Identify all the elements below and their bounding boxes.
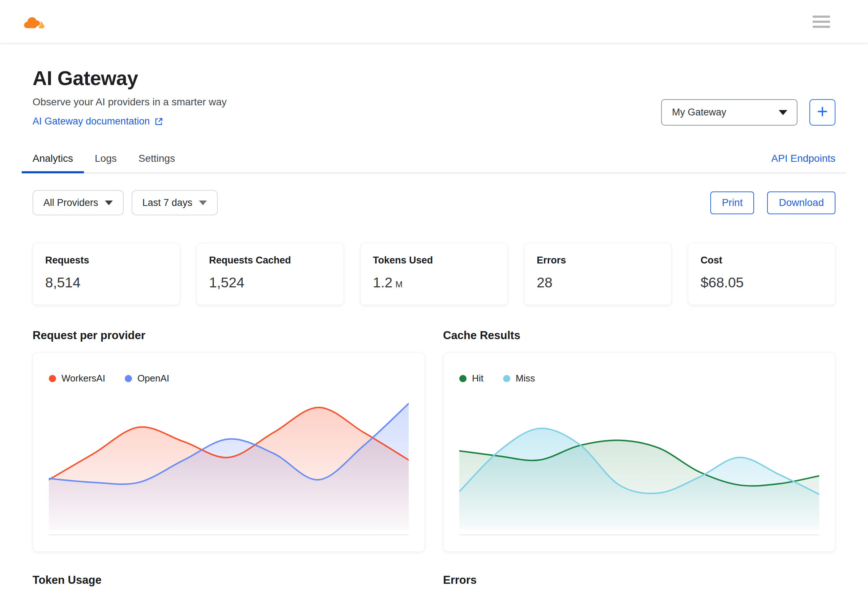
stat-value: $68.05 <box>700 275 823 291</box>
gateway-selector[interactable]: My Gateway <box>661 99 797 126</box>
cloudflare-logo[interactable] <box>22 13 45 30</box>
requests-chart-legend: WorkersAIOpenAI <box>49 373 409 384</box>
stat-value-number: 1.2 <box>373 275 392 290</box>
page-title: AI Gateway <box>33 67 227 90</box>
stat-card-errors: Errors 28 <box>524 243 672 305</box>
gateway-selector-value: My Gateway <box>672 107 726 118</box>
stat-value: 1.2M <box>373 275 495 291</box>
legend-item-hit[interactable]: Hit <box>459 373 484 384</box>
tab-analytics-label: Analytics <box>33 153 73 164</box>
legend-item-openai[interactable]: OpenAI <box>125 373 169 384</box>
requests-chart-heading: Request per provider <box>33 329 425 342</box>
stat-card-tokens-used: Tokens Used 1.2M <box>360 243 508 305</box>
legend-label: OpenAI <box>138 373 169 384</box>
stat-label: Cost <box>700 255 823 266</box>
cache-chart-heading: Cache Results <box>443 329 835 342</box>
stat-card-requests: Requests 8,514 <box>33 243 180 305</box>
cache-chart-card: HitMiss <box>443 352 835 552</box>
legend-item-workersai[interactable]: WorkersAI <box>49 373 105 384</box>
legend-label: Miss <box>516 373 535 384</box>
provider-filter-value: All Providers <box>43 197 99 209</box>
requests-chart-plot <box>49 393 409 535</box>
stat-value: 8,514 <box>45 275 168 291</box>
stat-value-suffix: M <box>395 280 403 289</box>
requests-area-chart <box>49 393 409 534</box>
stat-label: Requests Cached <box>209 255 331 266</box>
tab-logs[interactable]: Logs <box>84 145 128 173</box>
requests-per-provider-section: Request per provider WorkersAIOpenAI <box>33 329 425 552</box>
stat-value: 28 <box>537 275 659 291</box>
legend-item-miss[interactable]: Miss <box>503 373 535 384</box>
top-navigation-bar <box>0 0 868 44</box>
cloudflare-cloud-icon <box>22 13 45 30</box>
stats-summary-row: Requests 8,514 Requests Cached 1,524 Tok… <box>33 243 835 305</box>
stat-card-requests-cached: Requests Cached 1,524 <box>196 243 344 305</box>
print-button[interactable]: Print <box>710 192 754 214</box>
date-range-value: Last 7 days <box>143 197 193 209</box>
errors-heading: Errors <box>443 574 835 587</box>
tab-analytics[interactable]: Analytics <box>22 145 84 173</box>
requests-chart-card: WorkersAIOpenAI <box>33 352 425 552</box>
external-link-icon <box>154 117 163 126</box>
cache-area-chart <box>459 393 819 534</box>
main-content: AI Gateway Observe your AI providers in … <box>0 67 868 587</box>
stat-label: Errors <box>537 255 659 266</box>
chevron-down-icon <box>199 201 207 205</box>
provider-filter-dropdown[interactable]: All Providers <box>33 190 124 215</box>
page-heading-block: AI Gateway Observe your AI providers in … <box>33 67 227 127</box>
cache-chart-plot <box>459 393 819 535</box>
page-subtitle: Observe your AI providers in a smarter w… <box>33 96 227 108</box>
cache-results-section: Cache Results HitMiss <box>443 329 835 552</box>
legend-dot-icon <box>49 375 56 382</box>
download-button[interactable]: Download <box>767 192 835 214</box>
menu-hamburger-icon[interactable] <box>813 16 830 28</box>
add-gateway-button[interactable]: + <box>809 99 835 126</box>
legend-dot-icon <box>125 375 132 382</box>
cache-chart-legend: HitMiss <box>459 373 819 384</box>
stat-label: Requests <box>45 255 168 266</box>
plus-icon: + <box>817 102 828 121</box>
tab-bar: Analytics Logs Settings API Endpoints <box>22 145 846 173</box>
legend-dot-icon <box>459 375 467 382</box>
legend-label: WorkersAI <box>61 373 105 384</box>
chevron-down-icon <box>105 201 113 205</box>
stat-label: Tokens Used <box>373 255 495 266</box>
tab-logs-label: Logs <box>95 153 117 164</box>
filter-toolbar: All Providers Last 7 days Print Download <box>33 190 835 215</box>
token-usage-heading: Token Usage <box>33 574 425 587</box>
documentation-link[interactable]: AI Gateway documentation <box>33 116 163 127</box>
stat-card-cost: Cost $68.05 <box>688 243 835 305</box>
api-endpoints-link[interactable]: API Endpoints <box>771 153 846 164</box>
documentation-link-label: AI Gateway documentation <box>33 116 150 127</box>
tab-settings[interactable]: Settings <box>128 145 186 173</box>
legend-dot-icon <box>503 375 510 382</box>
date-range-dropdown[interactable]: Last 7 days <box>132 190 218 215</box>
legend-label: Hit <box>472 373 484 384</box>
chevron-down-icon <box>779 110 787 115</box>
stat-value: 1,524 <box>209 275 331 291</box>
tab-settings-label: Settings <box>138 153 175 164</box>
